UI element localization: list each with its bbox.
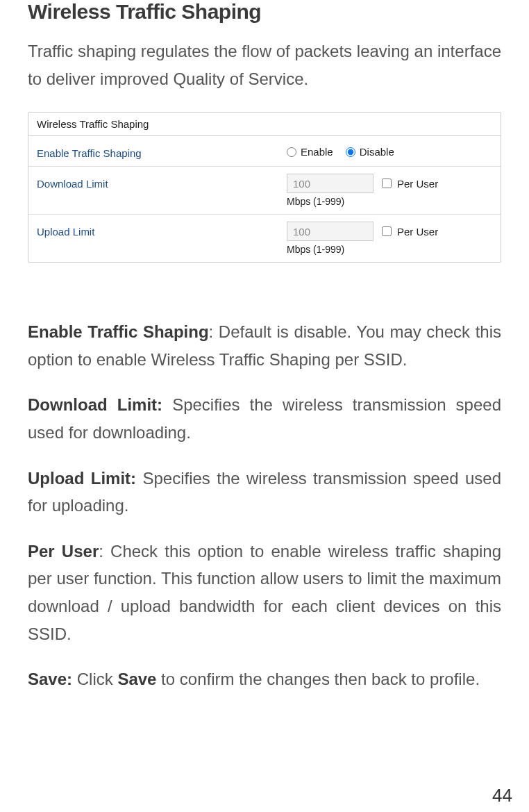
def-download-term: Download Limit: [28, 395, 162, 414]
enable-label: Enable Traffic Shaping [37, 143, 287, 159]
download-per-user-checkbox[interactable] [382, 179, 392, 188]
upload-hint: Mbps (1-999) [287, 244, 492, 255]
enable-radio-group: Enable Disable [287, 143, 492, 158]
def-save-pre: Click [72, 670, 117, 688]
row-upload-limit: Upload Limit Per User Mbps (1-999) [28, 215, 501, 262]
download-per-user[interactable]: Per User [382, 178, 438, 190]
radio-enable[interactable]: Enable [287, 146, 333, 158]
download-label: Download Limit [37, 174, 287, 190]
def-peruser-text: : Check this option to enable wireless t… [28, 542, 501, 643]
config-panel: Wireless Traffic Shaping Enable Traffic … [28, 112, 501, 263]
def-enable: Enable Traffic Shaping: Default is disab… [28, 318, 501, 373]
panel-header: Wireless Traffic Shaping [28, 113, 501, 136]
def-save-post: to confirm the changes then back to prof… [156, 670, 480, 688]
upload-per-user[interactable]: Per User [382, 226, 438, 238]
def-upload-term: Upload Limit: [28, 469, 136, 488]
radio-disable-label: Disable [360, 146, 394, 158]
row-enable-shaping: Enable Traffic Shaping Enable Disable [28, 136, 501, 167]
page-title: Wireless Traffic Shaping [28, 0, 501, 24]
upload-per-user-checkbox[interactable] [382, 226, 392, 236]
radio-enable-input[interactable] [287, 147, 296, 157]
upload-label: Upload Limit [37, 222, 287, 238]
download-per-user-label: Per User [397, 178, 438, 190]
row-download-limit: Download Limit Per User Mbps (1-999) [28, 167, 501, 215]
def-peruser-term: Per User [28, 542, 99, 561]
intro-text: Traffic shaping regulates the flow of pa… [28, 38, 501, 92]
def-save: Save: Click Save to confirm the changes … [28, 665, 501, 693]
def-save-word: Save [117, 670, 156, 688]
upload-input[interactable] [287, 222, 373, 241]
radio-disable[interactable]: Disable [346, 146, 394, 158]
download-input[interactable] [287, 174, 373, 193]
download-hint: Mbps (1-999) [287, 196, 492, 207]
definitions-section: Enable Traffic Shaping: Default is disab… [28, 318, 501, 693]
def-peruser: Per User: Check this option to enable wi… [28, 538, 501, 647]
def-upload: Upload Limit: Specifies the wireless tra… [28, 465, 501, 520]
def-enable-term: Enable Traffic Shaping [28, 322, 209, 341]
def-download: Download Limit: Specifies the wireless t… [28, 391, 501, 446]
upload-per-user-label: Per User [397, 226, 438, 238]
radio-disable-input[interactable] [346, 147, 355, 157]
page-number: 44 [492, 785, 512, 806]
def-save-term: Save: [28, 670, 72, 688]
radio-enable-label: Enable [301, 146, 333, 158]
